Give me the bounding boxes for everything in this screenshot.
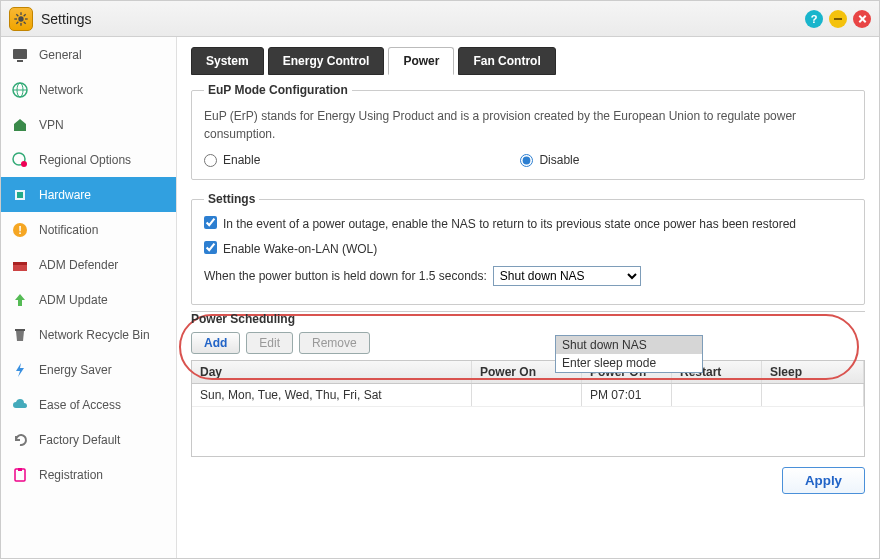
sidebar-item-label: Factory Default — [39, 433, 120, 447]
outage-checkbox[interactable] — [204, 216, 217, 229]
table-row[interactable]: Sun, Mon, Tue, Wed, Thu, Fri, Sat PM 07:… — [192, 384, 864, 407]
sidebar-item-easeofaccess[interactable]: Ease of Access — [1, 387, 176, 422]
hold-label: When the power button is held down for 1… — [204, 269, 487, 283]
cloud-icon — [11, 396, 29, 414]
power-scheduling-section: Power Scheduling Add Edit Remove Day Pow… — [191, 311, 865, 457]
svg-point-0 — [18, 16, 23, 21]
sidebar-item-label: General — [39, 48, 82, 62]
clipboard-icon — [11, 466, 29, 484]
sidebar-item-label: Energy Saver — [39, 363, 112, 377]
tab-power[interactable]: Power — [388, 47, 454, 75]
eup-disable-radio[interactable] — [520, 154, 533, 167]
footer: Apply — [191, 457, 865, 494]
remove-button[interactable]: Remove — [299, 332, 370, 354]
sidebar-item-notification[interactable]: ! Notification — [1, 212, 176, 247]
settings-legend: Settings — [204, 192, 259, 206]
grid-body: Sun, Mon, Tue, Wed, Thu, Fri, Sat PM 07:… — [192, 384, 864, 456]
sidebar-item-label: ADM Update — [39, 293, 108, 307]
app-icon — [9, 7, 33, 31]
sidebar-item-regional[interactable]: Regional Options — [1, 142, 176, 177]
outage-label: In the event of a power outage, enable t… — [223, 216, 852, 233]
sidebar-item-energysaver[interactable]: Energy Saver — [1, 352, 176, 387]
sidebar-item-network[interactable]: Network — [1, 72, 176, 107]
hold-action-select[interactable]: Shut down NAS Enter sleep mode — [493, 266, 641, 286]
globe-pin-icon — [11, 151, 29, 169]
sidebar-item-factorydefault[interactable]: Factory Default — [1, 422, 176, 457]
close-button[interactable] — [853, 10, 871, 28]
settings-window: Settings ? General Network VPN Regi — [0, 0, 880, 559]
power-scheduling-legend: Power Scheduling — [191, 311, 865, 326]
eup-disable-label: Disable — [539, 153, 579, 167]
titlebar-actions: ? — [805, 10, 871, 28]
sidebar-item-label: Registration — [39, 468, 103, 482]
apply-button[interactable]: Apply — [782, 467, 865, 494]
eup-enable-option[interactable]: Enable — [204, 153, 260, 167]
eup-fieldset: EuP Mode Configuration EuP (ErP) stands … — [191, 83, 865, 180]
sidebar-item-registration[interactable]: Registration — [1, 457, 176, 492]
undo-icon — [11, 431, 29, 449]
svg-line-6 — [24, 21, 26, 23]
scheduling-grid: Day Power On Power Off Restart Sleep Sun… — [191, 360, 865, 457]
help-button[interactable]: ? — [805, 10, 823, 28]
sidebar-item-label: VPN — [39, 118, 64, 132]
cell-day: Sun, Mon, Tue, Wed, Thu, Fri, Sat — [192, 384, 472, 406]
body: General Network VPN Regional Options Har… — [1, 37, 879, 558]
chip-icon — [11, 186, 29, 204]
trash-icon — [11, 326, 29, 344]
sidebar-item-label: Hardware — [39, 188, 91, 202]
svg-rect-22 — [15, 329, 25, 331]
tab-energy-control[interactable]: Energy Control — [268, 47, 385, 75]
svg-rect-24 — [18, 468, 22, 471]
firewall-icon — [11, 256, 29, 274]
cell-restart — [672, 384, 762, 406]
sidebar-item-hardware[interactable]: Hardware — [1, 177, 176, 212]
svg-point-15 — [21, 161, 27, 167]
svg-rect-10 — [17, 60, 23, 62]
gear-icon — [13, 11, 29, 27]
dropdown-option-sleep[interactable]: Enter sleep mode — [556, 354, 702, 372]
cell-power-on — [472, 384, 582, 406]
add-button[interactable]: Add — [191, 332, 240, 354]
outage-row: In the event of a power outage, enable t… — [204, 216, 852, 233]
edit-button[interactable]: Edit — [246, 332, 293, 354]
svg-line-7 — [16, 21, 18, 23]
cell-power-off: PM 07:01 — [582, 384, 672, 406]
svg-text:!: ! — [18, 224, 22, 236]
tab-system[interactable]: System — [191, 47, 264, 75]
alert-icon: ! — [11, 221, 29, 239]
svg-rect-17 — [17, 192, 23, 198]
eup-legend: EuP Mode Configuration — [204, 83, 352, 97]
sidebar-item-recyclebin[interactable]: Network Recycle Bin — [1, 317, 176, 352]
titlebar: Settings ? — [1, 1, 879, 37]
dropdown-option-shutdown[interactable]: Shut down NAS — [556, 336, 702, 354]
minimize-button[interactable] — [829, 10, 847, 28]
tab-fan-control[interactable]: Fan Control — [458, 47, 555, 75]
monitor-icon — [11, 46, 29, 64]
sidebar-item-label: Ease of Access — [39, 398, 121, 412]
eup-enable-radio[interactable] — [204, 154, 217, 167]
grid-header: Day Power On Power Off Restart Sleep — [192, 361, 864, 384]
sidebar-item-update[interactable]: ADM Update — [1, 282, 176, 317]
sidebar-item-vpn[interactable]: VPN — [1, 107, 176, 142]
sidebar-item-general[interactable]: General — [1, 37, 176, 72]
cell-sleep — [762, 384, 864, 406]
sidebar-item-label: ADM Defender — [39, 258, 118, 272]
wol-checkbox[interactable] — [204, 241, 217, 254]
eup-disable-option[interactable]: Disable — [520, 153, 579, 167]
sidebar: General Network VPN Regional Options Har… — [1, 37, 177, 558]
sidebar-item-label: Network — [39, 83, 83, 97]
svg-line-5 — [16, 14, 18, 16]
eup-description: EuP (ErP) stands for Energy Using Produc… — [204, 107, 852, 143]
settings-fieldset: Settings In the event of a power outage,… — [191, 192, 865, 305]
eup-enable-label: Enable — [223, 153, 260, 167]
col-day[interactable]: Day — [192, 361, 472, 383]
globe-icon — [11, 81, 29, 99]
bolt-icon — [11, 361, 29, 379]
sidebar-item-defender[interactable]: ADM Defender — [1, 247, 176, 282]
main-panel: System Energy Control Power Fan Control … — [177, 37, 879, 558]
tab-bar: System Energy Control Power Fan Control — [191, 47, 865, 75]
sidebar-item-label: Network Recycle Bin — [39, 328, 150, 342]
eup-radio-group: Enable Disable — [204, 153, 852, 167]
col-sleep[interactable]: Sleep — [762, 361, 864, 383]
svg-rect-9 — [13, 49, 27, 59]
